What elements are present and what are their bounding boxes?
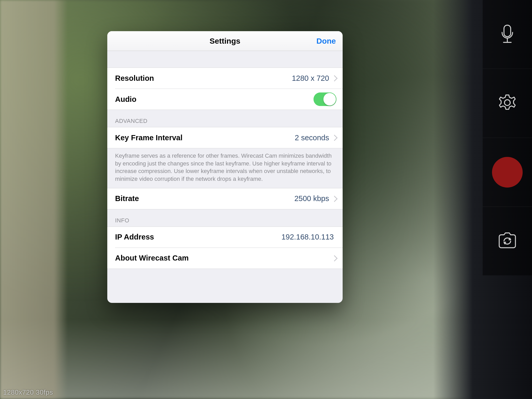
section-gap bbox=[107, 51, 343, 68]
settings-modal: Settings Done Resolution 1280 x 720 Audi… bbox=[107, 31, 343, 303]
resolution-label: Resolution bbox=[115, 74, 154, 83]
modal-title: Settings bbox=[210, 37, 240, 45]
camera-viewport: 1280x720 30fps Settings Done bbox=[0, 0, 532, 399]
record-button[interactable] bbox=[483, 138, 532, 207]
microphone-icon bbox=[495, 22, 519, 47]
chevron-right-icon bbox=[332, 134, 336, 141]
switch-camera-button[interactable] bbox=[483, 207, 532, 275]
keyframe-description: Keyframe serves as a reference for other… bbox=[107, 148, 343, 188]
switch-camera-icon bbox=[495, 229, 519, 254]
advanced-section-1: Key Frame Interval 2 seconds bbox=[107, 127, 343, 148]
modal-header: Settings Done bbox=[107, 31, 343, 51]
done-button[interactable]: Done bbox=[316, 31, 336, 51]
bitrate-row[interactable]: Bitrate 2500 kbps bbox=[107, 188, 343, 209]
resolution-row[interactable]: Resolution 1280 x 720 bbox=[107, 68, 343, 89]
chevron-right-icon bbox=[332, 75, 336, 82]
control-rail bbox=[483, 0, 532, 275]
hud-status-text: 1280x720 30fps bbox=[3, 388, 53, 396]
audio-row: Audio bbox=[107, 89, 343, 110]
advanced-section-2: Bitrate 2500 kbps bbox=[107, 188, 343, 209]
keyframe-value: 2 seconds bbox=[295, 134, 329, 142]
keyframe-label: Key Frame Interval bbox=[115, 134, 183, 142]
advanced-header: ADVANCED bbox=[107, 110, 343, 127]
toggle-knob bbox=[323, 93, 336, 105]
about-label: About Wirecast Cam bbox=[115, 254, 189, 262]
record-icon bbox=[492, 157, 523, 188]
keyframe-row[interactable]: Key Frame Interval 2 seconds bbox=[107, 127, 343, 148]
about-row[interactable]: About Wirecast Cam bbox=[107, 248, 343, 269]
settings-gear-icon bbox=[495, 91, 519, 116]
audio-label: Audio bbox=[115, 95, 136, 104]
resolution-value: 1280 x 720 bbox=[292, 74, 329, 83]
svg-point-0 bbox=[504, 100, 510, 105]
info-section: IP Address 192.168.10.113 About Wirecast… bbox=[107, 227, 343, 269]
audio-toggle[interactable] bbox=[314, 92, 336, 106]
settings-button[interactable] bbox=[483, 69, 532, 138]
background-wall bbox=[0, 0, 68, 399]
info-header: INFO bbox=[107, 209, 343, 227]
basic-section: Resolution 1280 x 720 Audio bbox=[107, 68, 343, 110]
ip-value: 192.168.10.113 bbox=[281, 233, 334, 241]
ip-label: IP Address bbox=[115, 233, 154, 241]
bitrate-value: 2500 kbps bbox=[294, 194, 329, 203]
ip-row: IP Address 192.168.10.113 bbox=[107, 227, 343, 248]
chevron-right-icon bbox=[332, 255, 336, 262]
bitrate-label: Bitrate bbox=[115, 194, 139, 203]
chevron-right-icon bbox=[332, 195, 336, 202]
mic-button[interactable] bbox=[483, 0, 532, 69]
